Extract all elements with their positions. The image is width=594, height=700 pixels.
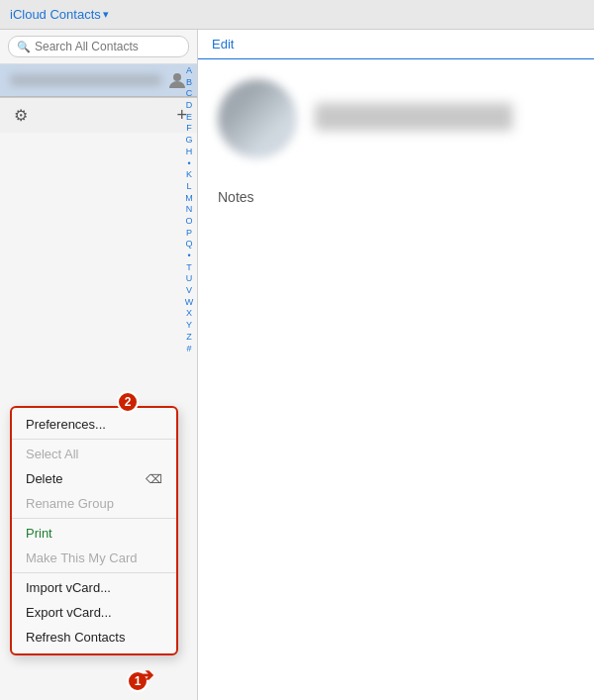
contact-profile bbox=[218, 79, 574, 158]
alpha-letter[interactable]: M bbox=[181, 193, 197, 205]
contact-name-blurred bbox=[10, 74, 161, 86]
alpha-letter[interactable]: T bbox=[181, 262, 197, 274]
contacts-dropdown-arrow[interactable]: ▾ bbox=[103, 8, 109, 21]
alpha-letter[interactable]: E bbox=[181, 112, 197, 124]
main-container: 🔍 2 Preferences... Select All bbox=[0, 30, 594, 700]
alpha-letter[interactable]: O bbox=[181, 216, 197, 228]
context-menu-select-all: Select All bbox=[12, 442, 176, 466]
contact-name bbox=[315, 103, 513, 131]
contacts-label[interactable]: Contacts bbox=[50, 7, 100, 22]
alpha-letter[interactable]: Z bbox=[181, 332, 197, 344]
alpha-letter[interactable]: K bbox=[181, 169, 197, 181]
context-menu-refresh-contacts[interactable]: Refresh Contacts bbox=[12, 625, 176, 650]
search-icon: 🔍 bbox=[17, 41, 31, 53]
detail-panel: Edit Notes bbox=[198, 30, 594, 700]
sidebar: 🔍 2 Preferences... Select All bbox=[0, 30, 198, 700]
alpha-letter[interactable]: L bbox=[181, 181, 197, 193]
alpha-letter[interactable]: P bbox=[181, 228, 197, 240]
alpha-letter[interactable]: V bbox=[181, 285, 197, 297]
search-bar: 🔍 bbox=[0, 30, 197, 64]
alpha-letter[interactable]: N bbox=[181, 204, 197, 216]
svg-point-0 bbox=[173, 73, 181, 81]
icloud-label: iCloud bbox=[10, 7, 47, 22]
context-menu-import-vcard[interactable]: Import vCard... bbox=[12, 575, 176, 600]
alpha-letter[interactable]: G bbox=[181, 135, 197, 147]
arrow-right-icon: ➔ bbox=[139, 665, 153, 685]
alpha-letter[interactable]: W bbox=[181, 297, 197, 309]
divider-2 bbox=[12, 518, 176, 519]
alpha-letter[interactable]: • bbox=[181, 250, 197, 262]
alpha-letter[interactable]: H bbox=[181, 147, 197, 158]
context-menu-export-vcard[interactable]: Export vCard... bbox=[12, 600, 176, 625]
alpha-letter[interactable]: U bbox=[181, 273, 197, 285]
delete-icon: ⌫ bbox=[146, 472, 162, 486]
contact-list-item[interactable] bbox=[0, 64, 197, 97]
context-menu-rename-group: Rename Group bbox=[12, 491, 176, 516]
edit-button[interactable]: Edit bbox=[212, 37, 234, 51]
gear-icon: ⚙ bbox=[14, 107, 28, 124]
notes-label: Notes bbox=[218, 189, 254, 205]
alpha-letter[interactable]: X bbox=[181, 308, 197, 320]
alpha-letter[interactable]: F bbox=[181, 123, 197, 135]
search-input[interactable] bbox=[35, 40, 180, 53]
divider-3 bbox=[12, 572, 176, 573]
gear-button[interactable]: ⚙ bbox=[10, 104, 32, 127]
alpha-letter[interactable]: D bbox=[181, 100, 197, 112]
alpha-letter[interactable]: C bbox=[181, 88, 197, 100]
context-menu-delete[interactable]: Delete ⌫ bbox=[12, 466, 176, 491]
alpha-letter[interactable]: B bbox=[181, 77, 197, 89]
alpha-letter[interactable]: Q bbox=[181, 239, 197, 250]
avatar bbox=[218, 79, 297, 158]
search-input-wrap[interactable]: 🔍 bbox=[8, 36, 189, 57]
divider-1 bbox=[12, 439, 176, 440]
detail-body: Notes bbox=[198, 59, 594, 700]
badge-step-2: 2 bbox=[117, 391, 139, 413]
alpha-letter[interactable]: • bbox=[181, 158, 197, 170]
alpha-letter[interactable]: Y bbox=[181, 320, 197, 332]
top-bar: iCloud Contacts ▾ bbox=[0, 0, 594, 30]
arrow-indicator: ➔ bbox=[139, 664, 153, 686]
context-menu-preferences[interactable]: Preferences... bbox=[12, 412, 176, 437]
context-menu-print[interactable]: Print bbox=[12, 521, 176, 546]
sidebar-footer: ⚙ + bbox=[0, 97, 197, 133]
alpha-letter[interactable]: # bbox=[181, 344, 197, 355]
detail-header: Edit bbox=[198, 30, 594, 59]
context-menu-make-my-card: Make This My Card bbox=[12, 546, 176, 570]
notes-section: Notes bbox=[218, 188, 254, 206]
alpha-letter[interactable]: A bbox=[181, 65, 197, 77]
context-menu: Preferences... Select All Delete ⌫ Renam… bbox=[10, 406, 178, 655]
